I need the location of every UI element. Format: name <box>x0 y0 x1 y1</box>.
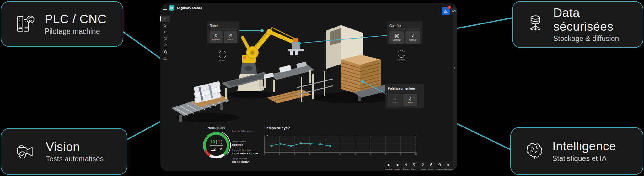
robot-panel-title: Robot <box>210 24 237 29</box>
alerts-button[interactable]: ⚠ 1 <box>442 7 450 15</box>
toolbar-initialiser-button[interactable]: Initialiser <box>436 162 443 170</box>
chart-xtick: 0 <box>264 153 265 155</box>
gauge-good-count: 10 <box>210 139 215 144</box>
database-share-icon <box>527 14 545 34</box>
connector-plc-line <box>123 32 161 59</box>
callout-vision-subtitle: Tests automatisés <box>46 155 104 163</box>
stat-ordre-label: Ordre de fabrication <box>232 130 268 132</box>
app-window: no Digiinov Demo ⚠ 1 AN ⌂ ↻ ⚠ <box>160 3 457 171</box>
stat-temps-cycle-label: Temps de cycle <box>232 158 268 160</box>
robot-status-circle <box>219 51 226 58</box>
camera-status-label: Camera <box>392 58 411 61</box>
callout-intelligence-text: Intelligence Statistiques et IA <box>552 139 616 163</box>
toolbar-portes-button[interactable]: Portes... <box>427 162 435 170</box>
gauge-paren-close: ) <box>221 139 223 144</box>
sidebar-item-tools[interactable] <box>160 42 170 48</box>
toolbar-etapes-label: Étapes <box>403 168 408 170</box>
chart-xtick: 5 <box>340 153 341 155</box>
robot-panel: Robot Prendre Placer <box>207 21 239 43</box>
brain-icon <box>525 142 544 160</box>
connector-intelligence-line <box>456 123 511 150</box>
home-icon: ⌂ <box>164 17 166 21</box>
chart-title: Temps de cycle <box>265 126 290 130</box>
chart-xtick: 2 <box>294 153 295 155</box>
puzzle-icon <box>214 34 218 38</box>
gauge-target-count: 12 <box>211 147 216 152</box>
step-forward-icon <box>404 163 408 167</box>
stat-ordre: Ordre de fabrication ✎ <box>232 130 268 138</box>
production-stats: Ordre de fabrication ✎ Temps restant 00:… <box>232 130 268 166</box>
camera-nettoyer-label: Nettoyer <box>409 39 417 41</box>
robot-prendre-button[interactable]: Prendre <box>210 31 223 43</box>
palletizer-suivant-button[interactable]: ↺ Suivant <box>388 94 402 106</box>
toolbar-demarrer-button[interactable]: ▶ Démarrer <box>385 162 393 170</box>
right-panel-collapsed: ‹ <box>453 3 457 171</box>
toolbar-machine-button[interactable]: Machi... <box>411 162 418 170</box>
simulation-toolbar: ▶ Démarrer ■ Arrêter Étapes Machi... Lum… <box>385 162 452 170</box>
stat-temps-restant: Temps restant 00:00:00 <box>232 141 268 147</box>
toolbar-arreter-label: Arrêter <box>395 168 400 170</box>
lock-icon <box>429 163 433 167</box>
camera-panel-title: Caméra <box>389 24 420 29</box>
stop-icon: ■ <box>396 163 398 167</box>
chart-xtick: 1 <box>279 153 280 155</box>
stat-temps-cycle: Temps de cycle 0m 0s 000ms <box>232 158 268 163</box>
camera-nettoyer-button[interactable]: Nettoyer <box>405 31 420 44</box>
document-icon <box>163 37 167 41</box>
app-sidebar: ⌂ ↻ ⚠ <box>160 13 170 171</box>
callout-plc-text: PLC / CNC Pilotage machine <box>45 12 106 36</box>
sidebar-item-home[interactable]: ⌂ <box>160 16 170 22</box>
production-title: Production <box>207 126 225 130</box>
palletizer-porte-label: Porte <box>408 101 413 104</box>
toolbar-reinitialiser-button[interactable]: ↺ Réinitialiser <box>444 162 452 170</box>
sidebar-item-rotate[interactable]: ↻ <box>160 29 170 35</box>
gauge-paren-open: ( <box>216 139 217 144</box>
toolbar-portes-label: Portes... <box>428 168 434 170</box>
video-camera-check-icon <box>16 143 38 160</box>
toolbar-etapes-button[interactable]: Étapes <box>402 162 410 170</box>
stat-temps-restant-value: 00:00:00 <box>232 143 268 147</box>
pointer-icon <box>163 23 167 28</box>
sidebar-item-warnings[interactable]: ⚠ <box>160 55 170 61</box>
callout-data-title: Data sécurisées <box>553 6 643 33</box>
toolbar-arreter-button[interactable]: ■ Arrêter <box>394 162 401 170</box>
callout-plc-title: PLC / CNC <box>45 12 106 26</box>
warning-icon: ⚠ <box>444 9 448 13</box>
chart-xtick: 7 <box>370 153 371 155</box>
sidebar-item-bug[interactable] <box>160 49 170 55</box>
chart-xticks: 012345678910 <box>264 153 416 156</box>
lock-icon <box>408 97 412 101</box>
app-topbar: no Digiinov Demo ⚠ 1 AN <box>160 3 457 13</box>
camera-panel: Caméra Contrôler Nettoyer <box>387 21 423 44</box>
chart-xtick: 9 <box>400 153 401 155</box>
callout-intelligence-title: Intelligence <box>552 139 616 153</box>
robot-placer-button[interactable]: Placer <box>224 31 237 43</box>
chart-xtick: 10 <box>415 153 417 155</box>
camera-controler-button[interactable]: Contrôler <box>389 31 404 44</box>
gauge-bad-count: 1 <box>218 139 220 144</box>
language-button[interactable]: AN <box>451 8 457 14</box>
palletizer-suivant-label: Suivant <box>391 101 398 104</box>
connector-data-line <box>455 18 513 29</box>
palletizer-porte-button[interactable]: Porte <box>403 94 417 106</box>
bulb-icon <box>421 163 425 167</box>
menu-icon[interactable] <box>163 7 167 10</box>
chart-xtick: 3 <box>309 153 310 155</box>
gauge-divider <box>210 145 223 146</box>
bug-icon <box>163 50 167 54</box>
callout-plc: PLC / CNC Pilotage machine <box>1 1 123 47</box>
stage: PLC / CNC Pilotage machine Data sécurisé… <box>0 0 644 176</box>
callout-vision-text: Vision Tests automatisés <box>46 140 104 163</box>
warning-triangle-icon: ⚠ <box>164 56 167 60</box>
robot-placer-label: Placer <box>228 39 233 41</box>
toolbar-demarrer-label: Démarrer <box>385 168 392 170</box>
chart-xtick: 8 <box>385 153 386 155</box>
sidebar-item-pointer[interactable] <box>160 22 170 28</box>
toolbar-lumiere-button[interactable]: Lumière <box>419 162 427 170</box>
sidebar-item-document[interactable] <box>160 35 170 42</box>
broom-icon <box>411 34 415 38</box>
camera-frame-icon <box>394 34 399 38</box>
gauge-center: 10 ( 1 ) 12 ✎ <box>201 130 232 161</box>
expand-panel-chevron-icon[interactable]: ‹ <box>454 66 455 70</box>
edit-target-icon[interactable]: ✎ <box>219 148 222 150</box>
